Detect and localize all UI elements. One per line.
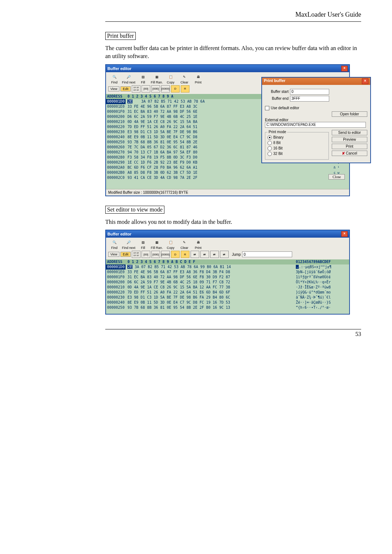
find-next-button[interactable]: 🔎Find next [122, 239, 135, 250]
16bit-radio[interactable] [268, 146, 272, 151]
bits-icon[interactable]: 10 10 10 10 [132, 251, 140, 258]
copy-button[interactable]: 📋Copy [164, 239, 177, 250]
edit-tab[interactable]: Edit [121, 86, 131, 91]
fill-button[interactable]: ▧Fill [137, 239, 149, 250]
hex-area-2: ADDRESS000001D0000001E0000001F0000002000… [106, 259, 349, 314]
preview-button[interactable]: Preview [332, 137, 367, 142]
swap-icon[interactable]: ⇄ [220, 251, 229, 258]
send-to-editor-button[interactable]: Send to editor [332, 130, 367, 135]
buffer-editor-window-2: Buffer editor × 🔍Find 🔎Find next ▧Fill ▦… [105, 230, 350, 315]
buffer-end-label: Buffer end [265, 97, 289, 100]
dialog-close-icon[interactable]: × [362, 78, 368, 84]
open-folder-button[interactable]: Open folder [332, 111, 367, 117]
buffer-start-label: Buffer start [265, 90, 289, 94]
fill-random-button[interactable]: ▦Fill Ran. [151, 239, 163, 250]
buffer-end-input[interactable] [290, 96, 329, 102]
view-tab[interactable]: View [108, 86, 119, 91]
section1-text: The current buffer data can be printer i… [105, 44, 361, 61]
print-button[interactable]: 🖶Print [192, 239, 204, 250]
section-print-buffer: Print buffer [105, 32, 136, 40]
width-8[interactable]: [00] [142, 85, 150, 93]
width-16[interactable]: [000] [151, 85, 160, 93]
find-button[interactable]: 🔍Find [108, 239, 121, 250]
external-editor-label: External editor [265, 118, 367, 122]
page-number: 53 [105, 329, 361, 337]
swap-icon[interactable]: ⇄ [210, 251, 219, 258]
width-16[interactable]: [000] [151, 251, 160, 258]
window-title: Buffer editor [107, 66, 131, 71]
copy-button[interactable]: 📋Copy [164, 74, 177, 84]
doc-header: MaxLoader User's Guide [105, 11, 361, 19]
swap-icon[interactable]: ⇄ [200, 251, 209, 258]
external-editor-path[interactable] [265, 122, 366, 128]
find-next-button[interactable]: 🔎Find next [122, 74, 135, 84]
fill-random-button[interactable]: ▦Fill Ran. [151, 74, 163, 84]
print-action-button[interactable]: Print [332, 144, 367, 149]
r-button[interactable]: R [181, 85, 189, 93]
use-default-checkbox[interactable] [265, 106, 269, 110]
section2-text: This mode allows you not to modify data … [105, 218, 361, 226]
close-icon[interactable]: × [341, 66, 348, 71]
r-button[interactable]: R [181, 251, 189, 258]
buffer-start-input[interactable] [290, 89, 329, 95]
binary-radio[interactable] [268, 135, 272, 140]
print-buffer-dialog: Print buffer× Buffer start Buffer end Us… [261, 77, 371, 163]
8bit-radio[interactable] [268, 141, 272, 145]
32bit-radio[interactable] [268, 152, 272, 156]
close-button[interactable]: Close [328, 174, 345, 180]
use-default-label: Use default editor [271, 106, 299, 110]
cancel-button[interactable]: ✘Cancel [332, 151, 367, 156]
dialog-title: Print buffer [264, 78, 285, 84]
width-8[interactable]: [00] [142, 251, 150, 258]
close-icon[interactable]: × [341, 231, 348, 237]
swap-icon[interactable]: ⇄ [191, 251, 199, 258]
d-button[interactable]: D [171, 85, 180, 93]
window-title-2: Buffer editor [107, 232, 131, 236]
jump-input[interactable] [242, 251, 292, 257]
section-set-editor: Set editor to view mode [105, 206, 164, 214]
header-rule [105, 21, 361, 22]
clear-button[interactable]: ✎Clear [178, 74, 191, 84]
fill-button[interactable]: ▧Fill [137, 74, 149, 84]
d-button[interactable]: D [171, 251, 180, 258]
print-button[interactable]: 🖶Print [192, 74, 204, 84]
print-mode-label: Print mode [268, 130, 287, 134]
width-32[interactable]: [0000] [161, 251, 170, 258]
edit-tab[interactable]: Edit [121, 252, 131, 257]
bits-icon[interactable]: 10 10 10 10 [132, 85, 140, 93]
view-tab[interactable]: View [108, 252, 119, 257]
find-button[interactable]: 🔍Find [108, 74, 121, 84]
width-32[interactable]: [0000] [161, 85, 170, 93]
status-bar: Modified Buffer size : 1000000h(16777216… [106, 189, 349, 196]
jump-label: Jump [232, 253, 241, 257]
clear-button[interactable]: ✎Clear [178, 239, 191, 250]
